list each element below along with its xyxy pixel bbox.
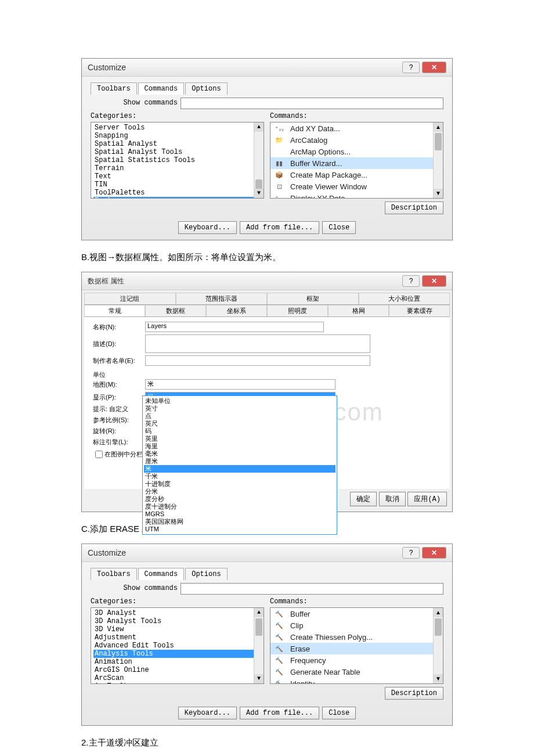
dd-item[interactable]: 度分秒 [144,495,335,503]
list-item[interactable]: Spatial Analyst [93,140,261,148]
add-from-file-button[interactable]: Add from file... [240,707,319,719]
list-item[interactable]: Snapping [93,132,261,140]
dd-item[interactable]: 米 [144,465,335,473]
dd-item[interactable]: 英里 [144,435,335,442]
list-item[interactable]: Animation [93,658,261,666]
close-icon[interactable]: ✕ [422,275,446,287]
tab-toolbars[interactable]: Toolbars [91,82,137,95]
scrollbar[interactable]: ▲ ▼ [433,608,443,683]
unit-dropdown[interactable]: 未知单位 英寸 点 英尺 码 英里 海里 毫米 厘米 米 千米 十进制度 分米 … [142,395,337,535]
scroll-down-icon[interactable]: ▼ [434,674,443,683]
list-item[interactable]: Analysis Tools [93,650,261,658]
dd-item[interactable]: 未知单位 [144,397,335,405]
scrollbar[interactable]: ▲ ▼ [254,608,264,683]
close-button[interactable]: Close [322,221,356,234]
tab[interactable]: 照明度 [267,305,328,316]
tab[interactable]: 范围指示器 [176,293,268,304]
commands-list[interactable]: ⁺ₓᵧAdd XY Data... 📁ArcCatalog ArcMap Opt… [270,122,443,199]
tab-commands[interactable]: Commands [138,568,185,580]
scroll-down-icon[interactable]: ▼ [254,674,264,683]
desc-label: 描述(D): [93,340,145,348]
scroll-thumb[interactable] [435,133,442,150]
tab-commands[interactable]: Commands [138,82,185,95]
scroll-down-icon[interactable]: ▼ [434,189,443,198]
tab[interactable]: 框架 [267,293,359,304]
categories-list[interactable]: Server Tools Snapping Spatial Analyst Sp… [91,122,264,199]
tab[interactable]: 格网 [328,305,389,316]
scroll-up-icon[interactable]: ▲ [254,608,264,617]
list-item[interactable]: Terrain [93,164,261,172]
catalog-icon: 📁 [274,135,284,145]
list-item[interactable]: ArcGIS Online [93,666,261,674]
list-item[interactable]: ArcToolbox [93,682,261,684]
search-input[interactable] [181,583,443,595]
description-button[interactable]: Description [385,201,443,214]
categories-list[interactable]: 3D Analyst 3D Analyst Tools 3D View Adju… [91,607,264,684]
dd-item[interactable]: MGRS [144,510,335,518]
scroll-up-icon[interactable]: ▲ [434,608,443,617]
close-icon[interactable]: ✕ [422,62,446,73]
tab-general[interactable]: 常规 [84,305,145,316]
list-item[interactable]: Spatial Statistics Tools [93,156,261,164]
tab[interactable]: 大小和位置 [359,293,450,304]
scrollbar[interactable]: ▲ ▼ [254,123,264,198]
keyboard-button[interactable]: Keyboard... [178,221,237,234]
list-item[interactable]: TIN [93,181,261,189]
dd-item[interactable]: 点 [144,412,335,420]
apply-button[interactable]: 应用(A) [407,492,447,506]
help-icon[interactable]: ? [402,62,420,73]
cancel-button[interactable]: 取消 [379,492,406,506]
scroll-down-icon[interactable]: ▼ [254,189,264,198]
list-item[interactable]: Text [93,172,261,181]
dd-item[interactable]: UTM [144,525,335,533]
legend-checkbox[interactable] [95,451,103,458]
tab-toolbars[interactable]: Toolbars [91,568,137,580]
list-item[interactable]: Tools [93,197,261,199]
dd-item[interactable]: 英寸 [144,405,335,412]
list-item[interactable]: 3D Analyst [93,609,261,617]
tab[interactable]: 注记组 [84,293,176,304]
tab-options[interactable]: Options [185,82,227,95]
dd-item[interactable]: 厘米 [144,458,335,465]
keyboard-button[interactable]: Keyboard... [178,707,237,719]
scrollbar[interactable]: ▲ ▼ [433,123,443,198]
dd-item[interactable]: 千米 [144,473,335,480]
desc-input[interactable] [145,334,370,353]
list-item[interactable]: Server Tools [93,124,261,132]
list-item[interactable]: 3D Analyst Tools [93,617,261,625]
scroll-up-icon[interactable]: ▲ [434,123,443,132]
scroll-up-icon[interactable]: ▲ [254,123,264,132]
list-item[interactable]: Advanced Edit Tools [93,642,261,650]
commands-list[interactable]: 🔨Buffer 🔨Clip 🔨Create Thiessen Polyg... … [270,607,443,684]
list-item[interactable]: ArcScan [93,674,261,682]
map-unit-select[interactable]: 米 [145,379,335,390]
search-input[interactable] [181,98,443,109]
tab[interactable]: 坐标系 [206,305,267,316]
dd-item[interactable]: 分米 [144,488,335,495]
list-item[interactable]: Adjustment [93,633,261,642]
tab[interactable]: 数据框 [145,305,206,316]
tab[interactable]: 要素缓存 [389,305,450,316]
scroll-thumb[interactable] [435,618,442,636]
dd-item[interactable]: 英尺 [144,420,335,427]
close-icon[interactable]: ✕ [422,547,446,559]
dd-item[interactable]: 码 [144,427,335,435]
dd-item[interactable]: 十进制度 [144,480,335,488]
dd-item[interactable]: 海里 [144,442,335,450]
close-button[interactable]: Close [322,707,356,719]
list-item[interactable]: 3D View [93,625,261,633]
dd-item[interactable]: 美国国家格网 [144,518,335,525]
name-input[interactable]: Layers [145,322,324,332]
ok-button[interactable]: 确定 [350,492,377,506]
credits-input[interactable] [145,355,370,366]
dd-item[interactable]: 毫米 [144,450,335,458]
tab-options[interactable]: Options [185,568,227,580]
description-button[interactable]: Description [385,687,443,700]
add-from-file-button[interactable]: Add from file... [240,221,319,234]
list-item[interactable]: ToolPalettes [93,189,261,197]
help-icon[interactable]: ? [402,275,420,287]
scroll-thumb[interactable] [255,618,262,636]
help-icon[interactable]: ? [402,547,420,559]
list-item[interactable]: Spatial Analyst Tools [93,148,261,156]
dd-item[interactable]: 度十进制分 [144,503,335,510]
